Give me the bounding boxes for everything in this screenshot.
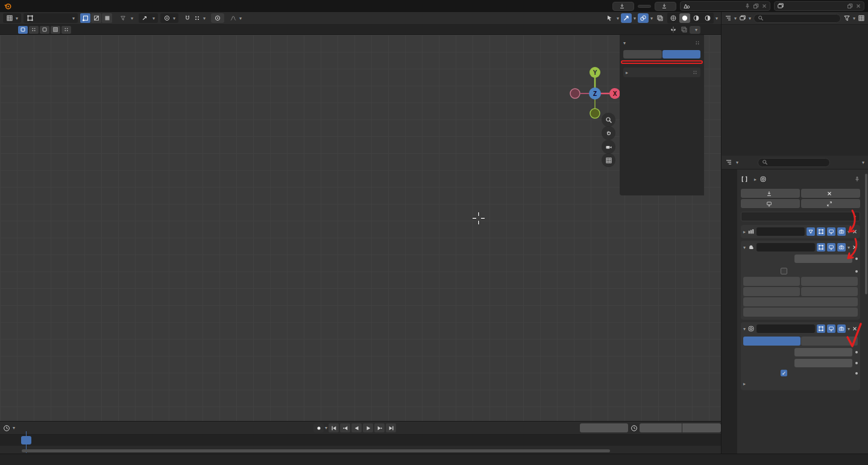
transform-orientation-selector[interactable]: ▾: [139, 13, 158, 23]
modifier-name-field[interactable]: [756, 227, 805, 236]
overlays-toggle[interactable]: [638, 13, 649, 23]
properties-panel-collapsed[interactable]: ▸: [623, 68, 700, 77]
expand-icon[interactable]: ▸: [743, 229, 746, 235]
outliner-image-icon[interactable]: [739, 14, 746, 22]
solid-shading-button[interactable]: [679, 13, 690, 23]
import-button[interactable]: [638, 5, 651, 8]
local-button[interactable]: [662, 50, 701, 59]
smooth-shading-checkbox[interactable]: [781, 268, 787, 274]
timeline-scrollbar[interactable]: [22, 449, 610, 452]
next-keyframe-button[interactable]: [374, 423, 385, 432]
xray-toggle[interactable]: [655, 13, 665, 23]
add-workspace-button[interactable]: [22, 5, 33, 7]
copy-icon[interactable]: [847, 3, 853, 9]
modifier-name-field[interactable]: [756, 243, 815, 251]
origins-setting-icon[interactable]: [29, 26, 39, 34]
close-icon[interactable]: [761, 3, 767, 9]
collapse-icon[interactable]: ▾: [743, 245, 746, 250]
add-modifier-dropdown[interactable]: ▾: [741, 212, 860, 221]
edit-mode-toggle[interactable]: [817, 227, 825, 236]
close-icon[interactable]: [855, 3, 861, 9]
falloff-selector[interactable]: ▾: [227, 13, 245, 23]
outliner-options-icon[interactable]: [858, 14, 865, 22]
copy-icon[interactable]: [753, 3, 759, 9]
timeline-editor-icon[interactable]: [3, 425, 10, 432]
properties-search-input[interactable]: [758, 158, 830, 167]
render-toggle[interactable]: [837, 324, 846, 333]
ortho-toggle-icon[interactable]: [602, 153, 615, 167]
retopoflow-menu[interactable]: ▾: [117, 13, 136, 23]
auto-key-button[interactable]: [313, 423, 324, 432]
add-skin-data-button[interactable]: [801, 277, 858, 286]
viewport-3d[interactable]: Y X Z ▾: [0, 35, 721, 421]
levels-viewport-field[interactable]: [794, 348, 852, 356]
mark-loose-button[interactable]: [743, 287, 800, 296]
snap-setting-icon[interactable]: [51, 26, 60, 34]
optimal-display-checkbox[interactable]: ✓: [781, 370, 787, 376]
jump-to-start-button[interactable]: [329, 423, 339, 432]
properties-editor-type-icon[interactable]: [725, 159, 732, 166]
snap-dashed-icon[interactable]: [681, 26, 688, 33]
display-mode-icon[interactable]: [725, 14, 732, 22]
edit-mode-toggle[interactable]: [817, 324, 825, 333]
close-icon[interactable]: [852, 326, 858, 332]
modifier-extras-icon[interactable]: ▾: [848, 326, 850, 332]
viewport-vis-button[interactable]: [741, 199, 800, 208]
modifier-extras-icon[interactable]: ▾: [848, 245, 850, 250]
current-frame-field[interactable]: [580, 423, 628, 432]
mirror-icon[interactable]: [670, 26, 677, 33]
prev-keyframe-button[interactable]: [340, 423, 350, 432]
global-button[interactable]: [623, 50, 662, 59]
properties-scrollbar[interactable]: [865, 174, 867, 294]
apply-all-button[interactable]: [741, 189, 800, 198]
clear-loose-button[interactable]: [801, 287, 858, 296]
wireframe-shading-button[interactable]: [668, 13, 679, 23]
vertex-select-button[interactable]: [80, 13, 90, 23]
animate-dot[interactable]: [855, 372, 858, 375]
animate-dot[interactable]: [855, 258, 858, 260]
outliner-search-input[interactable]: [753, 14, 841, 23]
animate-dot[interactable]: [855, 351, 858, 353]
camera-view-icon[interactable]: [602, 140, 615, 154]
on-cage-toggle[interactable]: [807, 227, 815, 236]
jump-to-end-button[interactable]: [386, 423, 396, 432]
modifier-extras-icon[interactable]: ▾: [848, 229, 850, 235]
start-frame-field[interactable]: [640, 423, 682, 432]
extra-setting-icon[interactable]: [61, 26, 71, 34]
modifier-name-field[interactable]: [756, 324, 815, 333]
zoom-icon[interactable]: [602, 113, 615, 127]
pivot-point-selector[interactable]: ▾: [160, 13, 178, 23]
show-gizmo-toggle[interactable]: [604, 13, 615, 23]
toggle-stack-button[interactable]: [801, 199, 860, 208]
edge-select-button[interactable]: [91, 13, 101, 23]
snap-controls[interactable]: ▾: [181, 13, 209, 23]
advanced-section[interactable]: ▸: [743, 379, 858, 388]
simple-button[interactable]: [801, 337, 858, 346]
collapse-icon[interactable]: ▾: [743, 326, 746, 332]
viewlayer-selector[interactable]: [774, 1, 864, 11]
equalize-radii-button[interactable]: [743, 308, 858, 317]
proportional-editing-button[interactable]: [211, 13, 224, 23]
close-icon[interactable]: [852, 229, 858, 235]
transform-panel-header[interactable]: ▾: [623, 37, 700, 48]
render-toggle[interactable]: [837, 243, 846, 251]
tweak-setting-icon[interactable]: [18, 26, 28, 34]
filter-icon[interactable]: [843, 14, 851, 22]
branch-smoothing-field[interactable]: [794, 255, 852, 263]
magnet-icon[interactable]: [184, 14, 191, 22]
blender-logo-icon[interactable]: [4, 2, 12, 10]
gizmos-toggle[interactable]: [621, 13, 632, 23]
pin-icon[interactable]: [854, 176, 860, 182]
catmull-clark-button[interactable]: [743, 337, 800, 346]
create-armature-button[interactable]: [743, 277, 800, 286]
realtime-toggle[interactable]: [827, 324, 835, 333]
parent-setting-icon[interactable]: [40, 26, 49, 34]
end-frame-field[interactable]: [682, 423, 721, 432]
realtime-toggle[interactable]: [827, 243, 835, 251]
animate-dot[interactable]: [855, 362, 858, 364]
play-reverse-button[interactable]: [351, 423, 362, 432]
render-toggle[interactable]: [837, 227, 846, 236]
close-icon[interactable]: [852, 244, 858, 250]
pan-hand-icon[interactable]: [602, 126, 615, 140]
material-shading-button[interactable]: [691, 13, 702, 23]
